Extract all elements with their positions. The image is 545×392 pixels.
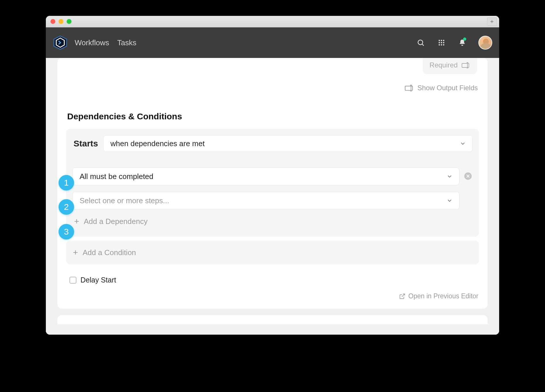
text-input-icon	[405, 84, 414, 91]
svg-rect-12	[462, 63, 469, 67]
dependencies-panel: 1 2 3 Starts when dependencies are met A…	[66, 129, 479, 237]
nav-workflows[interactable]: Workflows	[75, 38, 109, 47]
delay-start-checkbox[interactable]	[69, 277, 76, 284]
svg-point-5	[443, 40, 444, 41]
step-badge-1: 1	[59, 175, 74, 191]
required-pill: Required	[423, 58, 477, 74]
window-titlebar	[46, 16, 499, 27]
add-condition-label: Add a Condition	[83, 248, 136, 257]
svg-point-2	[418, 40, 423, 45]
starts-label: Starts	[72, 139, 98, 148]
open-previous-editor-link[interactable]: Open in Previous Editor	[66, 292, 479, 300]
required-label: Required	[430, 61, 458, 69]
close-circle-icon	[464, 172, 472, 180]
nav-links: Workflows Tasks	[75, 38, 136, 47]
remove-dependency-button[interactable]	[464, 172, 473, 181]
chevron-down-icon	[446, 197, 453, 204]
dependency-rule-row: All must be completed	[72, 167, 473, 185]
search-icon	[417, 39, 425, 47]
dependency-steps-select[interactable]: Select one or more steps...	[72, 192, 459, 210]
delay-start-label: Delay Start	[80, 276, 116, 284]
svg-point-11	[443, 44, 444, 46]
add-condition-button[interactable]: + Add a Condition	[73, 248, 472, 257]
next-card-peek	[57, 315, 488, 324]
starts-row: Starts when dependencies are met	[72, 135, 473, 152]
required-row: Required	[66, 58, 479, 74]
svg-point-7	[441, 42, 442, 44]
content-area: Required Show Output Fields Dependencies…	[46, 58, 499, 335]
maximize-window-button[interactable]	[67, 19, 72, 24]
step-badge-3: 3	[59, 224, 74, 240]
section-title: Dependencies & Conditions	[66, 112, 479, 121]
traffic-lights	[50, 19, 72, 24]
chevron-down-icon	[446, 173, 453, 180]
step-card: Required Show Output Fields Dependencies…	[57, 58, 488, 309]
app-logo[interactable]	[53, 35, 68, 50]
chevron-down-icon	[460, 140, 466, 147]
app-window: Workflows Tasks	[46, 16, 499, 335]
text-input-icon	[462, 62, 470, 68]
svg-point-9	[439, 44, 440, 46]
svg-point-3	[439, 40, 440, 41]
hexagon-logo-icon	[53, 35, 68, 50]
dependency-steps-row: Select one or more steps...	[72, 192, 473, 210]
add-dependency-label: Add a Dependency	[84, 217, 148, 226]
svg-point-6	[439, 42, 440, 44]
apps-button[interactable]	[437, 38, 446, 47]
plus-icon	[489, 19, 495, 24]
add-dependency-button[interactable]: + Add a Dependency	[72, 212, 473, 230]
step-badge-2: 2	[59, 199, 74, 215]
plus-icon: +	[74, 216, 79, 226]
starts-select[interactable]: when dependencies are met	[103, 135, 473, 152]
nav-tasks[interactable]: Tasks	[117, 38, 136, 47]
svg-point-4	[441, 40, 442, 41]
svg-point-8	[443, 42, 444, 44]
svg-rect-13	[405, 86, 413, 91]
show-output-fields-label: Show Output Fields	[418, 84, 478, 92]
notification-dot-icon	[463, 37, 466, 41]
new-tab-button[interactable]	[487, 18, 497, 26]
dependency-rule-select[interactable]: All must be completed	[72, 167, 459, 185]
delay-start-row: Delay Start	[66, 276, 479, 284]
plus-icon: +	[73, 248, 78, 257]
show-output-fields-button[interactable]: Show Output Fields	[66, 74, 479, 92]
dependency-steps-placeholder: Select one or more steps...	[80, 196, 169, 205]
notifications-button[interactable]	[458, 38, 467, 47]
grid-icon	[438, 39, 445, 46]
svg-point-10	[441, 44, 442, 46]
dependency-rule-value: All must be completed	[80, 172, 153, 181]
app-header: Workflows Tasks	[46, 27, 499, 58]
search-button[interactable]	[416, 38, 425, 47]
open-previous-editor-label: Open in Previous Editor	[408, 292, 478, 300]
external-link-icon	[399, 293, 405, 299]
close-window-button[interactable]	[50, 19, 55, 24]
minimize-window-button[interactable]	[59, 19, 63, 24]
avatar[interactable]	[478, 36, 492, 50]
starts-select-value: when dependencies are met	[110, 139, 205, 148]
conditions-panel: + Add a Condition	[66, 241, 479, 264]
header-actions	[416, 36, 492, 50]
